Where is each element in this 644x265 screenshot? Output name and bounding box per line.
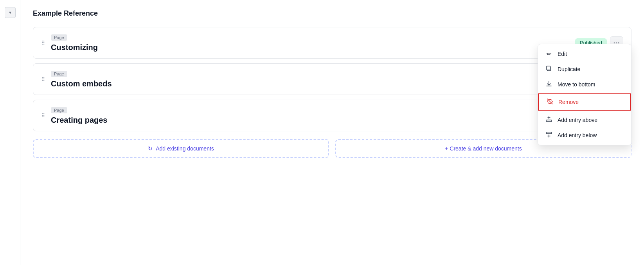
add-existing-label: Add existing documents <box>156 145 214 152</box>
add-existing-button[interactable]: ↻ Add existing documents <box>33 139 329 158</box>
context-menu-edit[interactable]: ✏ Edit <box>538 47 631 61</box>
entry-type-badge-1: Page <box>51 34 67 41</box>
main-content: Example Reference ⠿ Page Customizing Pub… <box>20 0 644 265</box>
link-icon: ↻ <box>148 145 153 152</box>
page-title: Example Reference <box>33 9 631 18</box>
edit-icon: ✏ <box>545 50 553 57</box>
context-menu-move-bottom-label: Move to bottom <box>558 81 595 88</box>
drag-handle-2[interactable]: ⠿ <box>41 76 45 82</box>
entry-title-3: Creating pages <box>51 116 612 125</box>
context-menu-add-below-label: Add entry below <box>558 132 597 138</box>
entry-info-2: Page Custom embeds <box>51 70 612 88</box>
context-menu-remove-label: Remove <box>558 99 579 105</box>
entry-type-badge-3: Page <box>51 107 67 113</box>
add-below-icon <box>545 131 553 139</box>
context-menu-remove[interactable]: Remove <box>538 93 631 111</box>
chevron-down-icon: ▾ <box>9 10 11 15</box>
sidebar-toggle-button[interactable]: ▾ <box>5 7 16 18</box>
entry-info-3: Page Creating pages <box>51 106 612 125</box>
drag-handle-3[interactable]: ⠿ <box>41 113 45 119</box>
entry-info-1: Page Customizing <box>51 34 575 52</box>
svg-rect-1 <box>547 66 550 70</box>
entry-type-badge-2: Page <box>51 71 67 77</box>
context-menu-edit-label: Edit <box>558 51 567 57</box>
entry-title-1: Customizing <box>51 43 575 52</box>
sidebar-panel: ▾ <box>0 0 20 265</box>
context-menu-move-bottom[interactable]: Move to bottom <box>538 77 631 92</box>
duplicate-icon <box>545 65 553 73</box>
svg-rect-3 <box>546 120 552 122</box>
context-menu: ✏ Edit Duplicate Move to bottom <box>538 44 631 145</box>
context-menu-add-below[interactable]: Add entry below <box>538 127 631 143</box>
context-menu-duplicate[interactable]: Duplicate <box>538 61 631 77</box>
entry-title-2: Custom embeds <box>51 79 612 88</box>
context-menu-duplicate-label: Duplicate <box>558 66 580 72</box>
remove-icon <box>546 98 554 106</box>
drag-handle-1[interactable]: ⠿ <box>41 40 45 46</box>
add-above-icon <box>545 116 553 124</box>
move-bottom-icon <box>545 81 553 88</box>
create-new-label: + Create & add new documents <box>445 145 522 152</box>
context-menu-add-above[interactable]: Add entry above <box>538 112 631 127</box>
svg-rect-6 <box>546 132 552 134</box>
context-menu-add-above-label: Add entry above <box>558 117 597 123</box>
